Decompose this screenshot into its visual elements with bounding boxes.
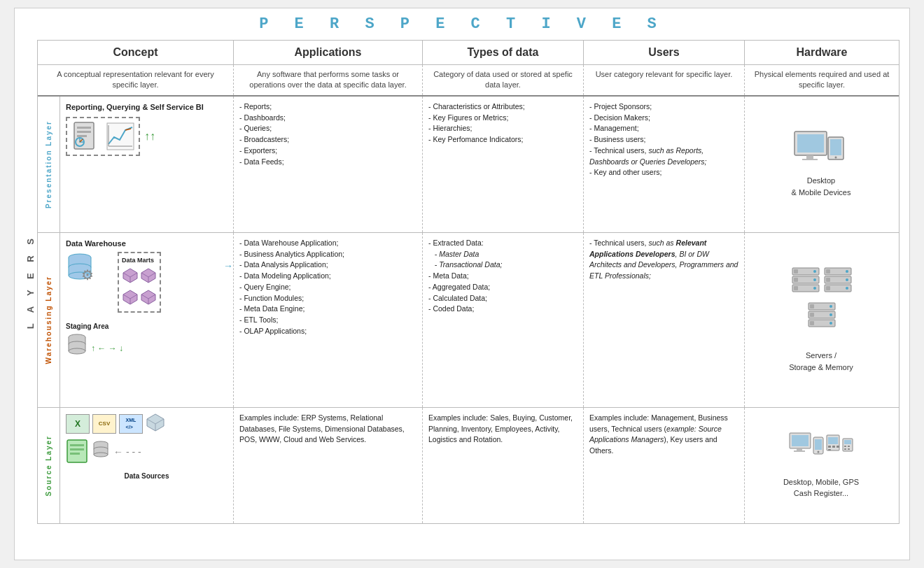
svg-rect-5 [107,123,134,150]
warehousing-dw-label: Data Warehouse [66,238,227,250]
svg-rect-63 [810,313,814,317]
warehousing-layer-label: Warehousing Layer [38,233,60,407]
svg-rect-95 [844,440,851,444]
warehousing-hardware-cell: Servers / Storage & Memory [745,233,897,407]
svg-rect-10 [806,155,813,159]
svg-point-52 [846,270,848,273]
svg-rect-86 [815,439,822,450]
excel-icon: X [66,414,90,434]
source-cells: X CSV XML</> [60,408,899,523]
svg-rect-51 [826,269,830,274]
source-types-cell: Examples include: Sales, Buying, Custome… [423,408,584,523]
presentation-concept-cell: Reporting, Querying & Self Service BI [60,97,234,232]
svg-point-46 [813,278,816,281]
main-container: P E R S P E C T I V E S L A Y E R S Conc… [14,8,910,560]
presentation-types-cell: - Characteristics or Attributes; - Key F… [423,97,584,232]
dm-label: Data Marts [122,256,157,266]
cube-icon-1 [122,267,139,287]
desktop-icon [793,130,849,172]
svg-rect-98 [844,448,846,450]
svg-rect-57 [826,286,830,290]
svg-rect-73 [70,444,84,446]
svg-rect-89 [828,437,838,444]
svg-rect-97 [848,446,850,447]
presentation-row: Presentation Layer Reporting, Querying &… [38,97,899,233]
svg-rect-54 [826,278,830,282]
source-layer-label: Source Layer [38,408,60,523]
svg-rect-74 [70,448,84,450]
col-header-users: Users [584,41,745,64]
sub-types: Category of data used or stored at spefi… [423,65,584,95]
cube-icon-4 [140,289,157,309]
source-db-small [91,440,111,466]
svg-rect-1 [77,127,91,129]
warehousing-row: Warehousing Layer Data Warehouse [38,233,899,408]
svg-rect-3 [77,135,87,137]
svg-rect-75 [70,453,80,455]
presentation-hardware-cell: Desktop & Mobile Devices [745,97,897,232]
svg-rect-60 [810,304,814,308]
presentation-cells: Reporting, Querying & Self Service BI [60,97,899,232]
layers-label: L A Y E R S [25,234,36,329]
svg-point-49 [813,287,816,290]
wh-arrows-blue: → [223,259,233,274]
svg-point-67 [830,322,832,325]
svg-rect-84 [794,450,805,452]
svg-point-40 [69,348,85,354]
svg-rect-99 [848,448,850,450]
presentation-applications-cell: - Reports; - Dashboards; - Queries; - Br… [234,97,423,232]
warehousing-types-cell: - Extracted Data: - Master Data - Transa… [423,233,584,407]
source-hardware-cell: Desktop, Mobile, GPS Cash Register... [745,408,897,523]
warehousing-concept-cell: Data Warehouse [60,233,234,407]
svg-rect-82 [792,435,808,446]
header-row: Concept Applications Types of data Users… [38,41,899,65]
col-header-hardware: Hardware [745,41,899,64]
source-hardware-label: Desktop, Mobile, GPS Cash Register... [783,476,859,499]
svg-rect-91 [832,446,835,448]
source-concept-cell: X CSV XML</> [60,408,234,523]
svg-rect-2 [77,131,91,133]
gear-icon: ⚙ [81,264,94,285]
svg-point-80 [94,453,108,457]
staging-arrows: ↑ ← → ↓ [91,342,123,355]
cube-icon-3 [122,289,139,309]
presentation-users-cell: - Project Sponsors; - Decision Makers; -… [584,97,745,232]
staging-label: Staging Area [66,321,227,332]
sub-applications: Any software that performs some tasks or… [234,65,423,95]
staging-db-icon [66,333,88,363]
source-row: Source Layer X CSV XML</> [38,408,899,523]
cube-icon-2 [140,267,157,287]
svg-rect-48 [794,286,798,290]
col-header-concept: Concept [38,41,234,64]
source-arrow: ← - - - [113,445,141,460]
svg-rect-93 [828,449,831,450]
presentation-users-text: - Project Sponsors; - Decision Makers; -… [589,102,707,177]
chart-icon [105,121,136,152]
svg-point-61 [830,305,832,308]
svg-point-43 [813,270,816,273]
page-title: P E R S P E C T I V E S [25,15,899,33]
svg-rect-42 [794,269,798,274]
svg-point-64 [830,313,832,316]
xml-icon: XML</> [119,414,143,434]
source-cube-icon [146,413,165,436]
presentation-arrows: ↑↑ [144,128,155,145]
svg-point-58 [846,287,848,290]
source-bottom-label: Data Sources [66,471,227,481]
source-hardware-icons [788,432,855,474]
svg-rect-90 [828,446,831,448]
warehousing-hardware-label: Servers / Storage & Memory [789,350,853,373]
svg-rect-45 [794,278,798,282]
report-icon [70,121,101,152]
warehousing-applications-cell: - Data Warehouse Application; - Business… [234,233,423,407]
presentation-concept-title: Reporting, Querying & Self Service BI [66,101,227,113]
svg-point-14 [835,157,837,159]
svg-rect-11 [802,159,818,160]
svg-rect-72 [67,440,87,462]
warehousing-users-cell: - Technical users, such as Relevant Appl… [584,233,745,407]
warehousing-cells: Data Warehouse [60,233,899,407]
svg-point-87 [817,450,819,453]
sub-concept: A conceptual representation relevant for… [38,65,234,95]
sub-header-row: A conceptual representation relevant for… [38,65,899,97]
col-header-types: Types of data [423,41,584,64]
